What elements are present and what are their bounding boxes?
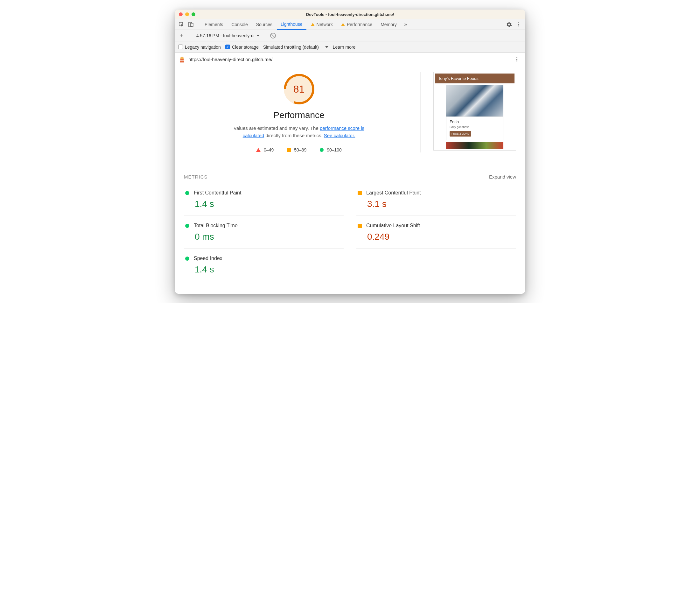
metric-cls[interactable]: Cumulative Layout Shift 0.249 — [356, 216, 516, 249]
metric-label: Total Blocking Time — [194, 223, 238, 229]
device-toolbar-icon[interactable] — [187, 20, 195, 29]
tab-lighthouse[interactable]: Lighthouse — [277, 19, 307, 30]
option-label: Legacy navigation — [185, 45, 221, 50]
legacy-navigation-option[interactable]: Legacy navigation — [178, 45, 221, 50]
tab-console[interactable]: Console — [227, 19, 251, 30]
legend-fail: 0–49 — [256, 147, 274, 153]
preview-frame: Tony's Favorite Foods Fesh Salty goodnes… — [433, 72, 516, 150]
preview-header: Tony's Favorite Foods — [435, 73, 514, 84]
legend-pass: 90–100 — [320, 147, 342, 153]
warning-icon — [311, 23, 315, 26]
throttling-label: Simulated throttling (default) — [263, 45, 319, 50]
legend-label: 90–100 — [327, 147, 342, 153]
metric-lcp[interactable]: Largest Contentful Paint 3.1 s — [356, 183, 516, 216]
clear-report-icon[interactable] — [270, 33, 276, 39]
metrics-grid: First Contentful Paint 1.4 s Largest Con… — [184, 183, 516, 281]
maximize-window-button[interactable] — [192, 13, 195, 16]
option-label: Clear storage — [232, 45, 259, 50]
report-url-bar: https://foul-heavenly-direction.glitch.m… — [175, 53, 525, 66]
metric-value: 0 ms — [195, 232, 344, 242]
lighthouse-logo-icon — [179, 56, 185, 63]
average-square-icon — [358, 224, 362, 228]
report-selector-label: 4:57:16 PM - foul-heavenly-di — [196, 33, 255, 38]
circle-icon — [320, 148, 323, 152]
metric-label: Speed Index — [194, 256, 222, 261]
metric-fcp[interactable]: First Contentful Paint 1.4 s — [184, 183, 344, 216]
square-icon — [287, 148, 291, 152]
legend-average: 50–89 — [287, 147, 307, 153]
legend-label: 50–89 — [294, 147, 307, 153]
desc-text: Values are estimated and may vary. The — [234, 125, 320, 131]
report-url: https://foul-heavenly-direction.glitch.m… — [188, 57, 509, 62]
clear-storage-option[interactable]: Clear storage — [225, 45, 259, 50]
dropdown-icon — [325, 46, 328, 48]
desc-text: directly from these metrics. — [264, 133, 324, 138]
close-window-button[interactable] — [179, 13, 183, 16]
preview-card-title: Fesh — [450, 119, 500, 124]
metric-value: 1.4 s — [195, 199, 344, 209]
panel-tabbar: Elements Console Sources Lighthouse Netw… — [175, 19, 525, 30]
see-calculator-link[interactable]: See calculator. — [324, 133, 355, 138]
preview-card-button: PROS & CONS — [450, 131, 471, 137]
expand-view-button[interactable]: Expand view — [489, 174, 516, 180]
pass-circle-icon — [185, 257, 189, 261]
metric-label: First Contentful Paint — [194, 190, 241, 196]
page-preview: Tony's Favorite Foods Fesh Salty goodnes… — [433, 72, 516, 153]
tab-label: Performance — [347, 22, 372, 27]
metrics-title: METRICS — [184, 174, 208, 180]
titlebar: DevTools - foul-heavenly-direction.glitc… — [175, 9, 525, 19]
preview-card: Fesh Salty goodness PROS & CONS — [446, 116, 503, 140]
settings-gear-icon[interactable] — [505, 20, 513, 29]
dropdown-icon — [257, 35, 260, 37]
metric-label: Cumulative Layout Shift — [366, 223, 420, 229]
metric-value: 1.4 s — [195, 264, 344, 275]
preview-image — [446, 142, 503, 149]
minimize-window-button[interactable] — [185, 13, 189, 16]
inspect-element-icon[interactable] — [177, 20, 186, 29]
new-report-button[interactable]: + — [177, 32, 186, 39]
tab-sources[interactable]: Sources — [252, 19, 276, 30]
metrics-header: METRICS Expand view — [184, 174, 516, 183]
category-title: Performance — [273, 110, 324, 120]
svg-rect-4 — [180, 62, 184, 63]
metric-value: 0.249 — [367, 232, 516, 242]
lighthouse-toolbar: + 4:57:16 PM - foul-heavenly-di — [175, 30, 525, 41]
score-value: 81 — [293, 84, 305, 95]
divider — [191, 33, 191, 39]
svg-rect-3 — [180, 60, 184, 61]
throttling-selector[interactable]: Simulated throttling (default) — [263, 45, 328, 50]
score-gauge[interactable]: 81 — [284, 74, 314, 104]
tab-memory[interactable]: Memory — [377, 19, 401, 30]
devtools-window: DevTools - foul-heavenly-direction.glitc… — [175, 9, 525, 294]
window-title: DevTools - foul-heavenly-direction.glitc… — [175, 12, 525, 17]
metric-value: 3.1 s — [367, 199, 516, 209]
warning-icon — [341, 23, 345, 26]
learn-more-link[interactable]: Learn more — [333, 45, 356, 50]
divider — [265, 33, 265, 39]
checkbox-checked-icon[interactable] — [225, 45, 230, 49]
preview-card-subtitle: Salty goodness — [450, 125, 500, 129]
tab-label: Network — [317, 22, 333, 27]
metric-si[interactable]: Speed Index 1.4 s — [184, 249, 344, 281]
tab-elements[interactable]: Elements — [201, 19, 227, 30]
pass-circle-icon — [185, 191, 189, 195]
report-selector[interactable]: 4:57:16 PM - foul-heavenly-di — [196, 33, 260, 38]
metric-tbt[interactable]: Total Blocking Time 0 ms — [184, 216, 344, 249]
tab-performance[interactable]: Performance — [337, 19, 376, 30]
traffic-lights — [175, 13, 195, 16]
checkbox-unchecked-icon[interactable] — [178, 45, 183, 49]
lighthouse-options-bar: Legacy navigation Clear storage Simulate… — [175, 41, 525, 53]
kebab-menu-icon[interactable] — [514, 20, 523, 29]
report-menu-icon[interactable] — [512, 55, 521, 64]
preview-image — [446, 85, 503, 116]
pass-circle-icon — [185, 224, 189, 228]
svg-rect-2 — [191, 23, 193, 26]
more-tabs-button[interactable] — [401, 20, 410, 29]
score-description: Values are estimated and may vary. The p… — [232, 125, 366, 139]
lighthouse-report: 81 Performance Values are estimated and … — [175, 66, 525, 294]
legend-label: 0–49 — [264, 147, 274, 153]
metric-label: Largest Contentful Paint — [366, 190, 421, 196]
report-hero: 81 Performance Values are estimated and … — [184, 72, 516, 153]
tab-network[interactable]: Network — [307, 19, 337, 30]
triangle-icon — [256, 148, 261, 152]
